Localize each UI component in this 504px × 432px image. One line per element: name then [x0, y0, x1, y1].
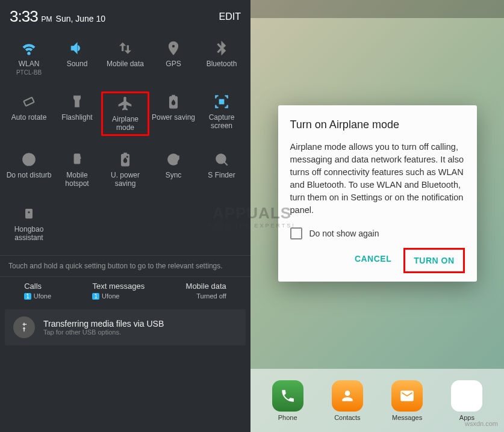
calls-card[interactable]: Calls 1Ufone	[24, 282, 51, 300]
wlan-tile[interactable]: WLAN PTCL-BB	[5, 38, 53, 78]
tile-label: Sound	[67, 60, 88, 68]
carrier: Ufone	[34, 292, 51, 300]
carrier: Ufone	[102, 292, 119, 300]
texts-card[interactable]: Text messages 1Ufone	[92, 282, 145, 300]
mobile-data-tile[interactable]: Mobile data	[101, 38, 149, 78]
tile-label: Capture screen	[199, 113, 244, 130]
airplane-icon	[117, 96, 133, 111]
svg-rect-1	[219, 99, 225, 105]
sound-icon	[69, 40, 85, 56]
svg-point-6	[216, 154, 225, 163]
sim-badge: 1	[92, 293, 99, 300]
usb-notification[interactable]: Transferring media files via USB Tap for…	[5, 309, 246, 345]
power-saving-tile[interactable]: Power saving	[149, 91, 198, 136]
power-saving-icon	[166, 94, 181, 110]
tile-sublabel: PTCL-BB	[16, 69, 42, 76]
do-not-show-row[interactable]: Do not show again	[290, 227, 465, 239]
sync-icon	[166, 152, 181, 167]
mobile-data-icon	[117, 40, 133, 56]
tile-label: S Finder	[208, 171, 235, 179]
card-status: Turned off	[196, 292, 226, 300]
gps-tile[interactable]: GPS	[149, 38, 198, 78]
dock-contacts[interactable]: Contacts	[332, 380, 363, 421]
flashlight-icon	[69, 94, 85, 110]
hotspot-icon	[69, 152, 85, 167]
svg-rect-0	[23, 97, 34, 106]
tile-label: Hongbao assistant	[6, 225, 52, 242]
sim-cards-row: Calls 1Ufone Text messages 1Ufone Mobile…	[0, 276, 250, 304]
usb-title: Transferring media files via USB	[43, 319, 164, 329]
tile-label: Sync	[166, 171, 182, 179]
s-finder-tile[interactable]: S Finder	[198, 149, 246, 190]
rotate-icon	[21, 94, 37, 110]
capture-screen-tile[interactable]: Capture screen	[198, 91, 246, 136]
messages-icon	[391, 380, 423, 412]
svg-point-5	[126, 156, 128, 158]
hotspot-tile[interactable]: Mobile hotspot	[53, 149, 101, 190]
u-power-icon	[117, 152, 133, 167]
hint-text: Touch and hold a quick setting button to…	[0, 255, 250, 276]
u-power-saving-tile[interactable]: U. power saving	[101, 149, 149, 190]
tile-label: Flashlight	[61, 113, 92, 122]
cancel-button[interactable]: CANCEL	[346, 248, 400, 273]
card-title: Mobile data	[186, 282, 226, 291]
card-title: Text messages	[92, 282, 145, 291]
tile-label: Power saving	[152, 113, 195, 122]
tile-label: Bluetooth	[207, 60, 237, 68]
flashlight-tile[interactable]: Flashlight	[53, 91, 101, 136]
checkbox-icon[interactable]	[290, 227, 302, 239]
status-bar-right	[250, 0, 504, 18]
contacts-icon	[332, 380, 363, 412]
dock-label: Phone	[278, 414, 297, 421]
svg-point-9	[28, 211, 30, 214]
turn-on-button[interactable]: TURN ON	[403, 248, 464, 273]
dock-phone[interactable]: Phone	[272, 380, 303, 421]
svg-line-7	[224, 162, 227, 165]
edit-button[interactable]: EDIT	[219, 11, 241, 22]
quick-settings-panel: 3:33 PM Sun, June 10 EDIT WLAN PTCL-BB S…	[0, 0, 250, 432]
tile-label: Mobile data	[107, 60, 144, 68]
tile-label: U. power saving	[102, 171, 148, 188]
dialog-body: Airplane mode allows you to turn off cal…	[290, 141, 465, 217]
apps-icon	[451, 380, 482, 412]
tile-label: Do not disturb	[7, 171, 52, 179]
bluetooth-tile[interactable]: Bluetooth	[198, 38, 246, 78]
wifi-icon	[21, 40, 37, 56]
airplane-mode-tile[interactable]: Airplane mode	[101, 91, 149, 136]
clock-ampm: PM	[42, 15, 52, 23]
auto-rotate-tile[interactable]: Auto rotate	[5, 91, 53, 136]
tile-label: Airplane mode	[104, 115, 146, 132]
sfinder-icon	[214, 152, 229, 167]
dock-label: Contacts	[334, 414, 360, 421]
usb-subtitle: Tap for other USB options.	[43, 329, 164, 336]
tile-label: GPS	[166, 60, 181, 68]
tile-label: WLAN	[19, 60, 40, 68]
time-date: 3:33 PM Sun, June 10	[10, 7, 105, 26]
checkbox-label: Do not show again	[310, 229, 379, 238]
card-title: Calls	[24, 282, 42, 291]
tile-label: Auto rotate	[11, 113, 47, 122]
capture-icon	[214, 94, 229, 110]
tile-label: Mobile hotspot	[54, 171, 100, 188]
hongbao-icon	[21, 206, 37, 221]
bluetooth-icon	[214, 40, 229, 56]
hongbao-tile[interactable]: Hongbao assistant	[5, 203, 53, 244]
dialog-title: Turn on Airplane mode	[290, 119, 465, 131]
sound-tile[interactable]: Sound	[53, 38, 101, 78]
mobile-data-card[interactable]: Mobile data Turned off	[186, 282, 226, 300]
dock-label: Messages	[392, 414, 422, 421]
clock-time: 3:33	[10, 7, 38, 26]
corner-watermark: wsxdn.com	[465, 420, 498, 427]
dnd-icon	[21, 152, 37, 167]
airplane-mode-dialog: Turn on Airplane mode Airplane mode allo…	[278, 105, 477, 282]
dock-apps[interactable]: Apps	[451, 380, 482, 421]
phone-icon	[272, 380, 303, 412]
quick-settings-grid: WLAN PTCL-BB Sound Mobile data GPS Bluet…	[0, 29, 250, 255]
gps-icon	[166, 40, 181, 56]
dock-messages[interactable]: Messages	[391, 380, 423, 421]
dialog-actions: CANCEL TURN ON	[290, 248, 465, 273]
status-bar: 3:33 PM Sun, June 10 EDIT	[0, 0, 250, 29]
sim-badge: 1	[24, 293, 31, 300]
sync-tile[interactable]: Sync	[149, 149, 198, 190]
dnd-tile[interactable]: Do not disturb	[5, 149, 53, 190]
